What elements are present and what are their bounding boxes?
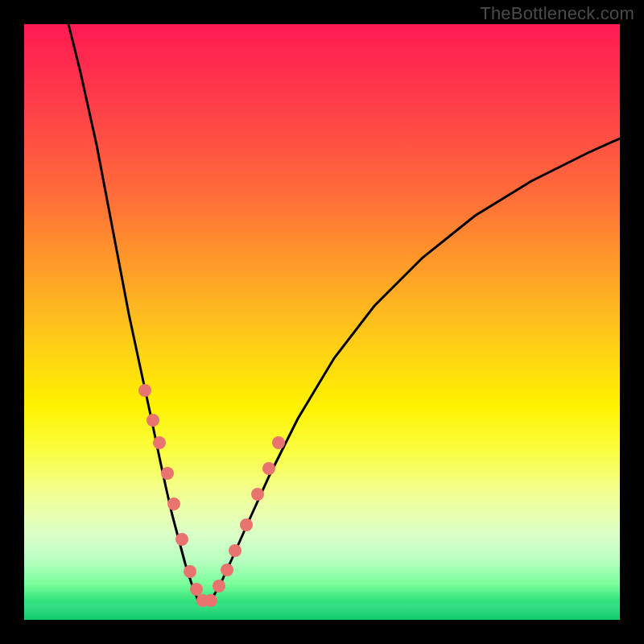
data-dot xyxy=(213,580,225,592)
data-dot xyxy=(240,518,253,531)
chart-frame: TheBottleneck.com xyxy=(0,0,644,644)
data-dot xyxy=(138,384,151,397)
data-dots xyxy=(138,384,285,607)
data-dot xyxy=(262,462,275,475)
curve-left-branch xyxy=(68,24,198,601)
data-dot xyxy=(184,565,196,578)
data-dot xyxy=(175,533,188,546)
data-dot xyxy=(204,594,217,607)
curve-layer xyxy=(24,24,620,620)
data-dot xyxy=(153,436,166,449)
curve-right-branch xyxy=(211,138,620,601)
data-dot xyxy=(251,488,264,501)
watermark-text: TheBottleneck.com xyxy=(480,3,634,24)
data-dot xyxy=(229,544,242,557)
data-dot xyxy=(167,497,180,510)
data-dot xyxy=(147,414,159,427)
data-dot xyxy=(190,583,203,596)
data-dot xyxy=(221,564,233,576)
data-dot xyxy=(161,467,174,480)
data-dot xyxy=(272,436,285,449)
plot-area xyxy=(24,24,620,620)
